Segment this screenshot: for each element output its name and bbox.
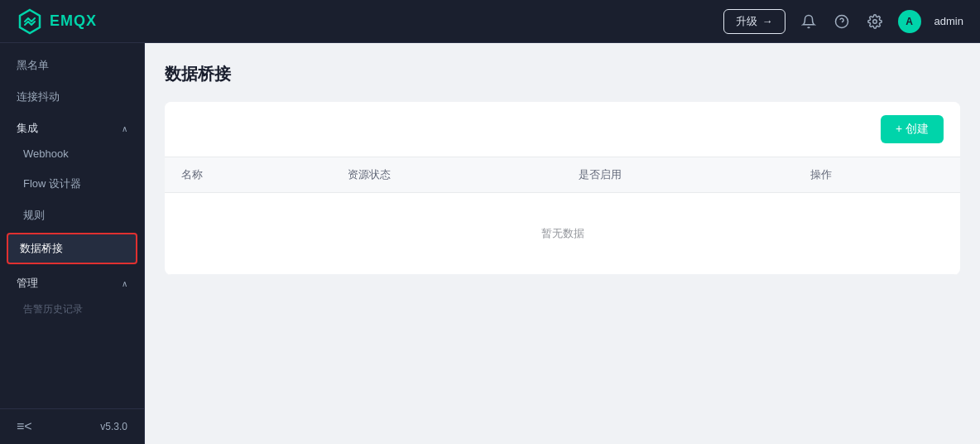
- sidebar-item-blacklist[interactable]: 黑名单: [0, 50, 144, 81]
- col-enabled: 是否启用: [562, 157, 794, 193]
- sidebar-item-data-bridge[interactable]: 数据桥接: [8, 234, 136, 263]
- sidebar-item-flow-designer[interactable]: Flow 设计器: [0, 168, 144, 200]
- sidebar-section-mgmt: 管理 ∧: [0, 268, 144, 294]
- sidebar-item-webhook[interactable]: Webhook: [0, 139, 144, 168]
- help-icon[interactable]: [832, 12, 852, 31]
- logo-text: EMQX: [50, 12, 97, 30]
- sidebar-item-rules[interactable]: 规则: [0, 200, 144, 231]
- sidebar-section-integration: 集成 ∧: [0, 113, 144, 139]
- create-button[interactable]: + 创建: [881, 115, 944, 143]
- version-text: v5.3.0: [100, 421, 127, 432]
- data-table: 名称 资源状态 是否启用 操作 暂无数据: [165, 157, 960, 275]
- card-toolbar: + 创建: [165, 102, 960, 157]
- svg-point-3: [872, 19, 877, 23]
- empty-text: 暂无数据: [165, 193, 960, 275]
- mgmt-chevron-icon: ∧: [122, 279, 127, 288]
- content-card: + 创建 名称 资源状态 是否启用 操作 暂无数据: [165, 102, 960, 275]
- integration-chevron-icon: ∧: [122, 124, 127, 133]
- main-layout: 黑名单 连接抖动 集成 ∧ Webhook Flow 设计器 规则 数据桥接 管…: [0, 43, 980, 444]
- content-area: 数据桥接 + 创建 名称 资源状态 是否启用 操作 暂无数据: [145, 43, 980, 444]
- col-name: 名称: [165, 157, 331, 193]
- sidebar-item-data-bridge-wrapper: 数据桥接: [7, 233, 137, 264]
- sidebar: 黑名单 连接抖动 集成 ∧ Webhook Flow 设计器 规则 数据桥接 管…: [0, 43, 145, 444]
- table-header: 名称 资源状态 是否启用 操作: [165, 157, 960, 193]
- notification-icon[interactable]: [799, 12, 819, 31]
- upgrade-button[interactable]: 升级 →: [723, 9, 785, 34]
- admin-name: admin: [934, 15, 963, 27]
- table-body: 暂无数据: [165, 193, 960, 275]
- sidebar-item-conn-jitter[interactable]: 连接抖动: [0, 81, 144, 113]
- emqx-logo-icon: [17, 8, 43, 35]
- col-operations: 操作: [794, 157, 960, 193]
- sidebar-footer: ≡< v5.3.0: [0, 408, 144, 444]
- svg-marker-0: [20, 10, 40, 33]
- sidebar-nav: 黑名单 连接抖动 集成 ∧ Webhook Flow 设计器 规则 数据桥接 管…: [0, 43, 144, 408]
- col-resource-status: 资源状态: [331, 157, 563, 193]
- page-title: 数据桥接: [165, 63, 960, 85]
- logo-area: EMQX: [17, 8, 97, 35]
- collapse-icon[interactable]: ≡<: [17, 419, 32, 434]
- sidebar-item-alarm-history[interactable]: 告警历史记录: [0, 294, 144, 325]
- table-empty-row: 暂无数据: [165, 193, 960, 275]
- header-right: 升级 → A admin: [723, 9, 963, 34]
- settings-icon[interactable]: [865, 12, 885, 31]
- app-header: EMQX 升级 → A admin: [0, 0, 980, 43]
- avatar[interactable]: A: [898, 10, 921, 33]
